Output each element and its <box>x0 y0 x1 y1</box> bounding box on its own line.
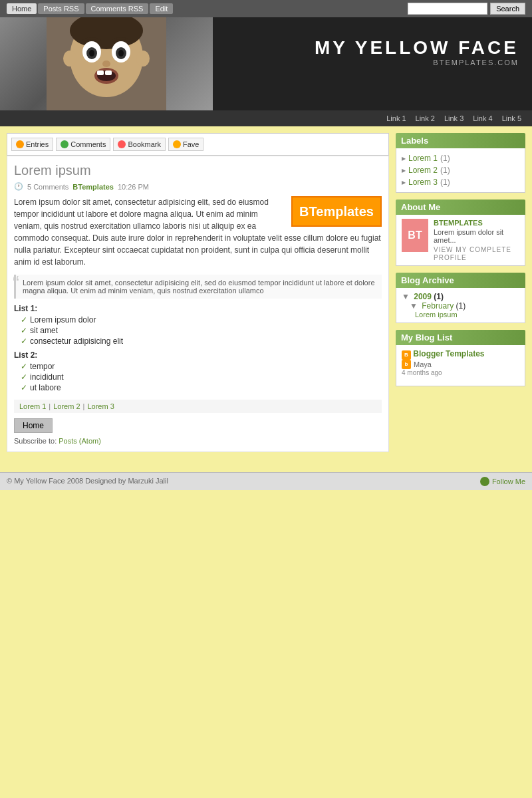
nav-home[interactable]: Home <box>7 3 37 14</box>
nav-comments-rss[interactable]: Comments RSS <box>86 3 149 14</box>
labels-widget-header: Labels <box>396 133 525 148</box>
list-item: incididunt <box>21 372 382 382</box>
blog-sub-icon: b <box>402 360 411 369</box>
header-title-area: MY YELLOW FACE BTEMPLATES.COM <box>315 37 519 66</box>
sec-link-4[interactable]: Link 4 <box>469 113 496 124</box>
footer: © My Yellow Face 2008 Designed by Marzuk… <box>0 472 532 490</box>
post-comments-count[interactable]: 5 Comments <box>27 183 68 191</box>
follow-icon <box>480 477 489 486</box>
post-body: BTemplates Lorem ipsum dolor sit amet, c… <box>14 196 382 268</box>
footer-copyright: © My Yellow Face 2008 Designed by Marzuk… <box>7 477 168 486</box>
list1-label: List 1: <box>14 304 382 313</box>
follow-me-button[interactable]: Follow Me <box>480 477 525 486</box>
fave-icon <box>173 140 181 148</box>
archive-year-link[interactable]: 2009 <box>414 292 432 301</box>
bookmark-icon <box>118 140 126 148</box>
top-nav: Home Posts RSS Comments RSS Edit Search <box>0 0 532 17</box>
list2: tempor incididunt ut labore <box>14 361 382 393</box>
list-item: ut labore <box>21 382 382 393</box>
about-profile-link[interactable]: VIEW MY COMPLETE PROFILE <box>434 246 511 261</box>
feed-bookmark[interactable]: Bookmark <box>113 138 166 151</box>
svg-rect-13 <box>105 70 112 75</box>
post-pagination: Lorem 1 | Lorem 2 | Lorem 3 <box>14 400 382 413</box>
archive-month: ▼ February (1) <box>402 301 519 311</box>
labels-widget-body: Lorem 1 (1) Lorem 2 (1) Lorem 3 (1) <box>396 148 525 193</box>
archive-list: ▼ 2009 (1) ▼ February (1) Lorem ipsum <box>402 292 519 319</box>
about-widget-header: About Me <box>396 200 525 215</box>
feed-fave[interactable]: Fave <box>168 138 203 151</box>
svg-point-8 <box>118 50 124 57</box>
list1: Lorem ipsum dolor sit amet consectetur a… <box>14 315 382 346</box>
post-list-2: List 2: tempor incididunt ut labore <box>14 350 382 393</box>
sidebar: Labels Lorem 1 (1) Lorem 2 (1) Lorem 3 (… <box>396 133 525 459</box>
pagination-link-1[interactable]: Lorem 1 <box>19 402 46 410</box>
site-subtitle: BTEMPLATES.COM <box>315 59 519 66</box>
about-me-content: BT BTEMPLATES Lorem ipsum dolor sit amet… <box>402 219 519 261</box>
feed-buttons: Entries Comments Bookmark Fave <box>7 133 389 156</box>
archive-widget-body: ▼ 2009 (1) ▼ February (1) Lorem ipsum <box>396 288 525 323</box>
post-blockquote: Lorem ipsum dolor sit amet, consectetur … <box>14 275 382 299</box>
site-title: MY YELLOW FACE <box>315 37 519 59</box>
pagination-link-3[interactable]: Lorem 3 <box>87 402 114 410</box>
label-item: Lorem 1 (1) <box>402 152 519 164</box>
archive-widget: Blog Archive ▼ 2009 (1) ▼ February (1) L… <box>396 273 525 323</box>
svg-text:BT: BT <box>408 229 422 241</box>
sec-link-3[interactable]: Link 3 <box>440 113 467 124</box>
follow-label: Follow Me <box>492 477 525 485</box>
nav-edit[interactable]: Edit <box>150 3 173 14</box>
svg-rect-12 <box>97 70 104 75</box>
search-input[interactable] <box>408 3 487 15</box>
home-button[interactable]: Home <box>14 418 53 433</box>
archive-post[interactable]: Lorem ipsum <box>415 311 458 319</box>
blockquote-text: Lorem ipsum dolor sit amet, consectetur … <box>23 279 375 295</box>
header-face-illustration <box>47 17 166 110</box>
bookmark-label: Bookmark <box>128 140 161 148</box>
list-item: tempor <box>21 361 382 372</box>
header: MY YELLOW FACE BTEMPLATES.COM <box>0 17 532 110</box>
post-time: 10:26 PM <box>118 183 149 191</box>
archive-month-link[interactable]: February <box>422 301 454 311</box>
about-text: BTEMPLATES Lorem ipsum dolor sit amet...… <box>434 219 519 261</box>
labels-widget: Labels Lorem 1 (1) Lorem 2 (1) Lorem 3 (… <box>396 133 525 193</box>
label-item: Lorem 2 (1) <box>402 164 519 176</box>
pagination-link-2[interactable]: Lorem 2 <box>53 402 80 410</box>
bloglist-widget-body: B Blogger Templates b Maya 4 months ago <box>396 345 525 386</box>
secondary-nav: Link 1 Link 2 Link 3 Link 4 Link 5 <box>0 110 532 126</box>
content-area: Entries Comments Bookmark Fave Lorem ips… <box>7 133 389 459</box>
about-widget-body: BT BTEMPLATES Lorem ipsum dolor sit amet… <box>396 215 525 266</box>
btemplates-logo-box[interactable]: BTemplates <box>291 196 382 227</box>
about-username: BTEMPLATES <box>434 219 519 227</box>
archive-year: ▼ 2009 (1) <box>402 292 519 301</box>
label-link-2[interactable]: Lorem 2 <box>408 166 438 175</box>
post-meta: 🕐 5 Comments BTemplates 10:26 PM <box>14 182 382 191</box>
avatar-image: BT <box>402 219 428 252</box>
subscribe-link[interactable]: Posts (Atom) <box>59 437 101 445</box>
blog-name[interactable]: B Blogger Templates <box>402 349 519 360</box>
feed-comments[interactable]: Comments <box>56 138 110 151</box>
sec-link-1[interactable]: Link 1 <box>382 113 410 124</box>
nav-posts-rss[interactable]: Posts RSS <box>38 3 84 14</box>
blog-icon: B <box>402 350 411 360</box>
search-area: Search <box>408 3 525 15</box>
label-link-1[interactable]: Lorem 1 <box>408 154 438 163</box>
about-widget: About Me BT BTEMPLATES Lorem ipsum dolor… <box>396 200 525 266</box>
svg-point-9 <box>102 61 110 67</box>
list-item: sit amet <box>21 325 382 336</box>
sec-link-5[interactable]: Link 5 <box>498 113 525 124</box>
entries-icon <box>16 140 24 148</box>
search-button[interactable]: Search <box>490 3 525 15</box>
post-author[interactable]: BTemplates <box>72 183 114 191</box>
labels-list: Lorem 1 (1) Lorem 2 (1) Lorem 3 (1) <box>402 152 519 188</box>
subscribe-label: Subscribe to: <box>14 437 57 445</box>
archive-post-link: Lorem ipsum <box>402 311 519 319</box>
sec-link-2[interactable]: Link 2 <box>412 113 439 124</box>
label-link-3[interactable]: Lorem 3 <box>408 178 438 187</box>
main-layout: Entries Comments Bookmark Fave Lorem ips… <box>0 126 532 466</box>
entries-label: Entries <box>26 140 49 148</box>
post-title: Lorem ipsum <box>14 163 382 178</box>
feed-entries[interactable]: Entries <box>11 138 53 151</box>
blog-sub: b Maya <box>402 360 519 369</box>
blog-time: 4 months ago <box>402 369 519 376</box>
list-item: consectetur adipisicing elit <box>21 336 382 346</box>
post-icon: 🕐 <box>14 182 23 191</box>
